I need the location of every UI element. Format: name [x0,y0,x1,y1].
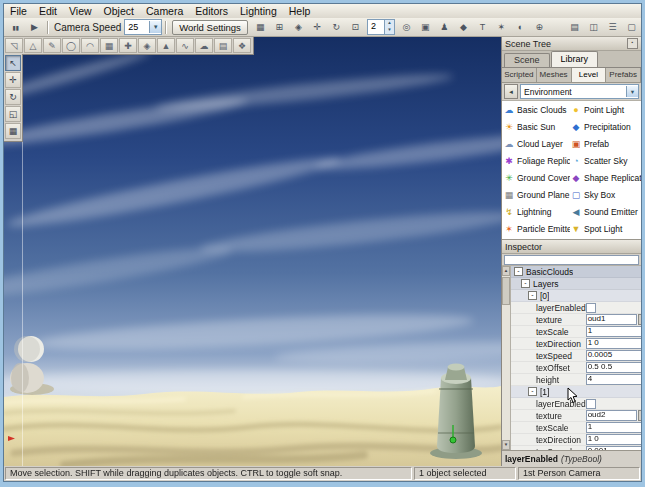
texture-field[interactable]: oud2 [586,410,637,421]
noise-tool-button[interactable]: ∿ [176,38,194,53]
sphere-tool-button[interactable]: ◐ [511,20,530,35]
raise-tool-button[interactable]: △ [24,38,42,53]
library-item-basic-sun[interactable]: ☀Basic Sun [502,122,570,132]
library-item-precipitation[interactable]: ◆Precipitation [570,122,641,132]
menu-item-lighting[interactable]: Lighting [234,4,283,18]
texture-field[interactable]: oud1 [586,314,637,325]
eraser-tool-button[interactable]: ❖ [233,38,251,53]
inspector-layer-0[interactable]: -[0] [511,290,641,302]
split-view-button[interactable]: ◫ [584,20,603,35]
bounds-button[interactable]: ⊡ [346,20,365,35]
menu-item-object[interactable]: Object [98,4,140,18]
add-height-button[interactable]: ✚ [119,38,137,53]
scrollbar-thumb[interactable] [502,277,510,305]
library-item-particle-emitter[interactable]: ✶Particle Emitter [502,224,570,234]
library-item-cloud-layer[interactable]: ☁Cloud Layer [502,139,570,149]
mountain-tool-button[interactable]: ▲ [157,38,175,53]
tab-library[interactable]: Library [551,51,599,67]
library-item-sky-box[interactable]: ▢Sky Box [570,190,641,200]
text-tool-button[interactable]: T [473,20,492,35]
collapse-icon[interactable]: - [528,387,537,396]
texscale-field[interactable]: 1 [586,326,641,337]
pause-button[interactable]: ▮▮ [6,20,25,35]
back-arrow-icon[interactable]: ◄ [504,84,518,99]
chevron-down-icon[interactable]: ▼ [149,21,161,33]
collapse-icon[interactable]: - [521,279,530,288]
move-tool-button[interactable]: ✛ [5,72,21,88]
height-field[interactable]: 4 [586,374,641,385]
snap-tool-button[interactable]: ▦ [5,123,21,139]
category-select[interactable]: Environment ▼ [520,84,639,99]
light-tool-button[interactable]: ✶ [492,20,511,35]
texoffset-field[interactable]: 0.5 0.5 [586,362,641,373]
library-item-prefab[interactable]: ▣Prefab [570,139,641,149]
layers-tool-button[interactable]: ▤ [214,38,232,53]
grid-snap-button[interactable]: ▦ [251,20,270,35]
cloud-tool-button[interactable]: ☁ [195,38,213,53]
shape-tool-button[interactable]: ◆ [454,20,473,35]
tab-scene[interactable]: Scene [504,53,550,67]
library-item-foliage-replicator[interactable]: ✱Foliage Replicator [502,156,570,166]
menu-item-edit[interactable]: Edit [33,4,63,18]
smooth-tool-button[interactable]: ◠ [81,38,99,53]
inspector-group-layers[interactable]: -Layers [511,278,641,290]
browse-button[interactable] [638,314,641,325]
object-snap-button[interactable]: ⊞ [270,20,289,35]
subtab-meshes[interactable]: Meshes [537,68,572,82]
browse-button[interactable] [638,410,641,421]
terrain-snap-button[interactable]: ◈ [289,20,308,35]
menu-item-view[interactable]: View [63,4,98,18]
spinner-arrows[interactable]: ▲▼ [384,20,394,34]
library-item-spot-light[interactable]: ▼Spot Light [570,224,641,234]
camera-speed-select[interactable]: 25 ▼ [124,19,162,35]
material-tool-button[interactable]: ◈ [138,38,156,53]
ruler-tool-button[interactable]: ◹ [5,38,23,53]
camera-mode-button[interactable]: ◎ [397,20,416,35]
viewport-scene[interactable] [4,37,501,466]
library-item-ground-plane[interactable]: ▦Ground Plane [502,190,570,200]
panel-menu-button[interactable]: ▪ [627,38,638,49]
texdirection-field[interactable]: 1 0 [586,434,641,445]
chevron-down-icon[interactable]: ▼ [626,86,638,97]
rotate-snap-button[interactable]: ↻ [327,20,346,35]
subtab-level[interactable]: Level [572,68,607,82]
emitter-tool-button[interactable]: ⊕ [530,20,549,35]
play-button[interactable]: ▶ [25,20,44,35]
subtab-scripted[interactable]: Scripted [502,68,537,82]
subtab-prefabs[interactable]: Prefabs [606,68,641,82]
menu-item-help[interactable]: Help [283,4,317,18]
flatten-tool-button[interactable]: ▦ [100,38,118,53]
texspeed-field[interactable]: 0.001 [586,446,641,450]
library-item-point-light[interactable]: ●Point Light [570,105,641,115]
select-tool-button[interactable]: ↖ [5,55,21,71]
inspector-node-basicclouds[interactable]: -BasicClouds [511,266,641,278]
panel-layout-button[interactable]: ▤ [565,20,584,35]
circle-brush-button[interactable]: ◯ [62,38,80,53]
menu-item-file[interactable]: File [4,4,33,18]
library-item-shape-replicator[interactable]: ◆Shape Replicator [570,173,641,183]
inspector-scrollbar[interactable]: ▲ ▼ [502,266,511,450]
rotate-tool-button[interactable]: ↻ [5,89,21,105]
library-item-scatter-sky[interactable]: ◔Scatter Sky [570,156,641,166]
inspector-filter-field[interactable] [504,255,639,265]
list-view-button[interactable]: ☰ [603,20,622,35]
scale-tool-button[interactable]: ◱ [5,106,21,122]
spinner-up-icon[interactable]: ▲ [385,20,394,27]
layerenabled-checkbox[interactable] [586,303,596,313]
player-drop-button[interactable]: ♟ [435,20,454,35]
library-item-basic-clouds[interactable]: ☁Basic Clouds [502,105,570,115]
window-button[interactable]: ▢ [622,20,641,35]
pencil-tool-button[interactable]: ✎ [43,38,61,53]
scroll-down-icon[interactable]: ▼ [502,440,510,450]
menu-item-camera[interactable]: Camera [140,4,189,18]
texscale-field[interactable]: 1 [586,422,641,433]
library-item-lightning[interactable]: ↯Lightning [502,207,570,217]
scroll-up-icon[interactable]: ▲ [502,266,510,276]
cube-tool-button[interactable]: ▣ [416,20,435,35]
library-item-sound-emitter[interactable]: ◀Sound Emitter [570,207,641,217]
menu-item-editors[interactable]: Editors [189,4,234,18]
snap-size-spinner[interactable]: 2 ▲▼ [367,19,395,35]
collapse-icon[interactable]: - [528,291,537,300]
soft-snap-button[interactable]: ✛ [308,20,327,35]
library-item-ground-cover[interactable]: ✳Ground Cover [502,173,570,183]
